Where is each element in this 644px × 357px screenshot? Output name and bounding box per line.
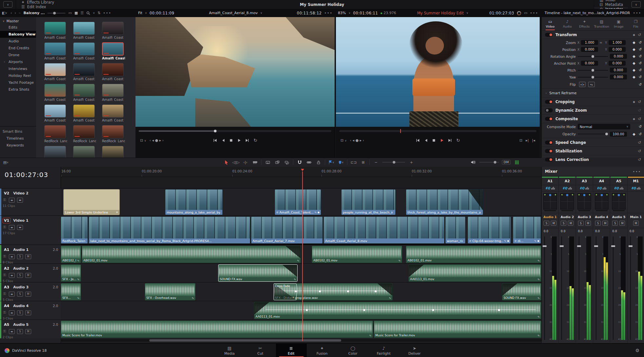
mixer-strip-a5[interactable]: A5EQAudio 5SM0.0051015203143: [610, 176, 627, 343]
pan-pad[interactable]: [577, 193, 591, 210]
position-reset-icon[interactable]: ↺: [639, 47, 642, 52]
filmstrip-view-icon[interactable]: ▭: [68, 11, 72, 15]
bin-item-drone[interactable]: Drone: [0, 52, 36, 58]
solo-button[interactable]: S: [17, 329, 23, 334]
media-clip-item[interactable]: Amalfi_Coast_T...: [102, 104, 125, 122]
track-lock-icon[interactable]: ⚿: [3, 292, 7, 296]
speaker-icon[interactable]: [470, 159, 476, 166]
opacity-reset-icon[interactable]: ↺: [639, 132, 642, 136]
play-icon[interactable]: [237, 139, 241, 142]
page-tab-edit[interactable]: ≣Edit: [276, 344, 307, 357]
composite-mode-dropdown[interactable]: Normal∨: [578, 124, 630, 129]
inspector-tab-transition[interactable]: ▨Transition: [593, 17, 610, 30]
pan-mini-slider[interactable]: [561, 210, 573, 211]
strip-eq-row[interactable]: EQ: [593, 185, 610, 191]
timeline-zoom-slider[interactable]: [382, 162, 405, 163]
strip-eq-row[interactable]: EQ: [610, 185, 627, 191]
pan-pad[interactable]: [595, 193, 609, 210]
rotation-keyframe-icon[interactable]: ◆: [633, 54, 635, 58]
media-clip-item[interactable]: Amalfi_Coast_A...: [102, 42, 125, 60]
yaw-keyframe-icon[interactable]: ◆: [633, 75, 635, 79]
monitor-volume-slider[interactable]: [479, 162, 499, 163]
strip-fader[interactable]: 051015203143: [576, 234, 593, 341]
opacity-slider[interactable]: [578, 134, 608, 134]
match-frame-icon[interactable]: ⊡: [519, 138, 522, 143]
clip-fade-in[interactable]: [409, 265, 424, 277]
flip-vertical-icon[interactable]: ▾▴: [588, 82, 595, 87]
media-clip-item[interactable]: RedRock_Land...: [73, 125, 96, 143]
stabilization-reset-icon[interactable]: ↺: [638, 149, 641, 153]
auto-select-icon[interactable]: ◂▸: [9, 198, 15, 203]
bin-item-audio[interactable]: Audio: [0, 38, 36, 45]
bin-name[interactable]: Balcony ...: [23, 11, 45, 15]
link-xy-icon[interactable]: ∞: [599, 41, 602, 44]
track-lock-icon[interactable]: ⚿: [3, 225, 7, 229]
strip-solo-button[interactable]: S: [561, 221, 566, 226]
timeline-clip[interactable]: SFX - Distant prop plane.wav∿Cross Fade: [273, 283, 393, 301]
step-back-icon[interactable]: [221, 139, 225, 142]
mute-button[interactable]: M: [25, 273, 31, 278]
lens-correction-reset-icon[interactable]: ↺: [638, 157, 641, 162]
thumb-size-slider[interactable]: [47, 13, 66, 13]
page-tab-cut[interactable]: ✂Cut: [245, 344, 276, 357]
rotation-slider[interactable]: [578, 56, 608, 57]
clip-fade-in[interactable]: [254, 302, 269, 315]
replace-clip-icon[interactable]: [283, 159, 290, 166]
stabilization-toggle[interactable]: [545, 149, 553, 153]
mixer-strip-a4[interactable]: A4EQAudio 4SM0.0051015203143: [593, 176, 610, 343]
cropping-section-header[interactable]: Cropping ◆ ↺: [542, 98, 644, 106]
source-fit-dropdown[interactable]: Fit: [138, 11, 142, 15]
track-id-a5[interactable]: A5: [3, 322, 10, 327]
panel-toggle-left-icon[interactable]: ∨: [3, 1, 12, 8]
track-lock-icon[interactable]: ⚿: [3, 310, 7, 315]
media-clip-item[interactable]: [73, 146, 96, 158]
tl-play-icon[interactable]: [440, 139, 444, 142]
media-clip-item[interactable]: Amalfi_Coast_A...: [73, 42, 96, 60]
timeline-view-options-icon[interactable]: ▤∨: [3, 159, 9, 166]
media-clip-item[interactable]: [44, 146, 67, 158]
transform-keyframe-icon[interactable]: ◆: [633, 33, 635, 36]
mixer-options-icon[interactable]: •••: [633, 169, 641, 174]
timeline-clip[interactable]: ⊘di...∿◆: [513, 216, 541, 244]
auto-select-icon[interactable]: ◂▸: [9, 329, 15, 334]
smart-bins-header[interactable]: Smart Bins: [0, 128, 36, 135]
track-id-a2[interactable]: A2: [3, 266, 10, 271]
timeline-name-dropdown[interactable]: My Summer Holiday Edit: [417, 11, 464, 15]
timeline-clip[interactable]: mountains_along_a_lake_aerial_by_Roma...: [165, 189, 223, 215]
source-clip-dropdown[interactable]: Amalfi_Coast_Aerial_8.mov: [209, 11, 258, 15]
anchor-x-field[interactable]: 0.000: [581, 61, 598, 66]
strip-fader[interactable]: 051015203143: [542, 234, 558, 341]
sort-icon[interactable]: ⇅: [97, 11, 100, 15]
media-clip-item[interactable]: Amalfi_Coast_A...: [44, 42, 67, 60]
workspace-tab-edit-index[interactable]: ☰Edit Index: [16, 5, 59, 9]
zoom-keyframe-icon[interactable]: ◆: [633, 40, 635, 45]
track-lane-v1[interactable]: RedRock_Talent_3...lake_next_to_mountain…: [61, 215, 541, 244]
fader-handle[interactable]: [543, 245, 547, 247]
strip-fader[interactable]: 051015203143: [610, 234, 627, 341]
rotation-reset-icon[interactable]: ↺: [639, 54, 642, 58]
position-keyframe-icon[interactable]: ◆: [633, 47, 635, 52]
timeline-clip[interactable]: SFX - Overhead.wav∿: [145, 283, 196, 301]
flip-reset-icon[interactable]: ↺: [639, 82, 642, 87]
speed-change-section-header[interactable]: Speed Change ↺: [542, 138, 644, 147]
strip-solo-button[interactable]: S: [595, 221, 601, 226]
strip-mute-button[interactable]: M: [551, 221, 556, 226]
media-clip-item[interactable]: Amalfi_Coast_T...: [73, 63, 96, 81]
trim-edit-mode-icon[interactable]: ◁▯▷: [233, 159, 239, 166]
media-clip-item[interactable]: Amalfi_Coast_T...: [44, 104, 67, 122]
dynamic-zoom-reset-icon[interactable]: ↺: [638, 108, 641, 113]
strip-eq-row[interactable]: EQ: [542, 185, 558, 191]
position-lock-icon[interactable]: [315, 159, 322, 166]
track-lane-a4[interactable]: AA0113_01.mov∿: [61, 301, 541, 320]
inspector-tab-file[interactable]: ❐File: [627, 17, 644, 30]
solo-button[interactable]: S: [17, 292, 23, 297]
media-clip-item[interactable]: Amalfi_Coast_T...: [102, 84, 125, 101]
timeline-clip[interactable]: AB0102_01.mov∿: [61, 246, 81, 263]
bin-item-extra-shots[interactable]: Extra Shots: [0, 86, 36, 93]
timeline-clip[interactable]: AB0102_01.mov∿: [82, 246, 301, 263]
media-pool-options-icon[interactable]: •••: [103, 11, 111, 15]
inspector-tab-image[interactable]: ▣Image: [610, 17, 627, 30]
strip-fader[interactable]: 051015203143: [593, 234, 610, 341]
dynamic-zoom-toggle[interactable]: [545, 108, 553, 112]
track-id-a1[interactable]: A1: [3, 247, 10, 253]
